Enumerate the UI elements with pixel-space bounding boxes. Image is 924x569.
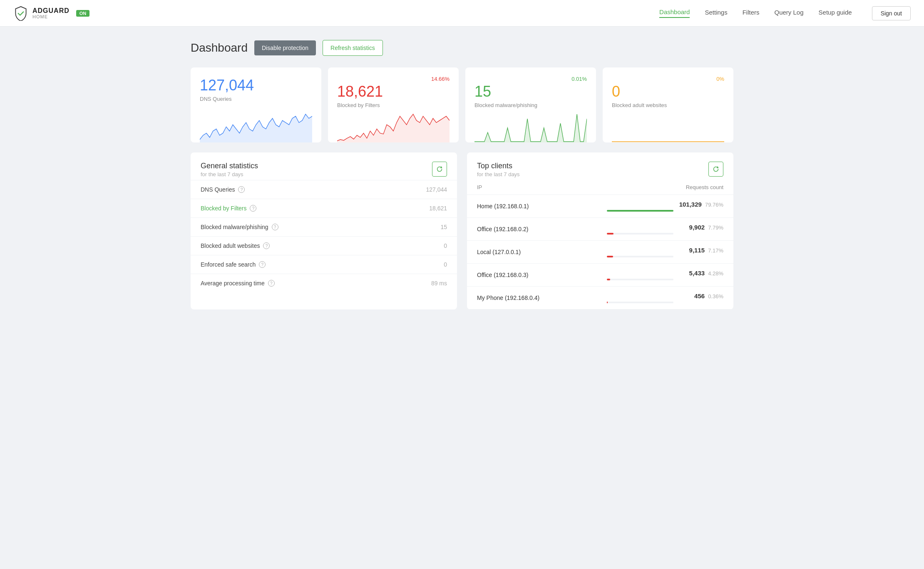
nav-dashboard[interactable]: Dashboard bbox=[659, 8, 690, 18]
client-percent-0: 79.76% bbox=[705, 202, 723, 208]
client-name-3: Office (192.168.0.3) bbox=[467, 264, 597, 287]
top-clients-subtitle: for the last 7 days bbox=[477, 171, 520, 177]
client-requests-0: 101,32979.76% bbox=[597, 195, 733, 218]
col-requests: Requests count bbox=[597, 180, 733, 195]
nav-setupguide[interactable]: Setup guide bbox=[819, 9, 852, 17]
client-requests-1: 9,9027.79% bbox=[597, 218, 733, 241]
general-stat-label-1[interactable]: Blocked by Filters? bbox=[201, 205, 256, 212]
main-content: Dashboard Disable protection Refresh sta… bbox=[171, 27, 753, 323]
top-clients-title: Top clients bbox=[477, 162, 520, 170]
progress-bar-wrap-3 bbox=[607, 279, 673, 280]
clients-table-body: Home (192.168.0.1)101,32979.76%Office (1… bbox=[467, 195, 733, 309]
top-clients-table: IP Requests count Home (192.168.0.1)101,… bbox=[467, 180, 733, 309]
logo-text: ADGUARD HOME bbox=[32, 7, 70, 20]
top-clients-titles: Top clients for the last 7 days bbox=[477, 162, 520, 177]
general-stat-value-3: 0 bbox=[444, 242, 447, 249]
general-stat-value-0: 127,044 bbox=[426, 186, 447, 193]
stat-card-0-chart bbox=[200, 107, 312, 142]
table-row: My Phone (192.168.0.4)4560.36% bbox=[467, 287, 733, 309]
general-stat-value-4: 0 bbox=[444, 261, 447, 268]
progress-bar-wrap-0 bbox=[607, 210, 673, 212]
stat-row: Average processing time?89 ms bbox=[191, 274, 457, 292]
stat-card-0-number: 127,044 bbox=[200, 77, 312, 94]
stat-cards-row: 127,044DNS Queries14.66%18,621Blocked by… bbox=[191, 67, 733, 142]
top-clients-refresh-button[interactable] bbox=[708, 162, 723, 177]
disable-protection-button[interactable]: Disable protection bbox=[254, 40, 316, 55]
general-stats-refresh-button[interactable] bbox=[432, 162, 447, 177]
logo: ADGUARD HOME ON bbox=[13, 6, 89, 21]
help-icon-2[interactable]: ? bbox=[272, 224, 278, 230]
client-request-count-2: 9,115 bbox=[689, 247, 705, 254]
navbar: ADGUARD HOME ON Dashboard Settings Filte… bbox=[0, 0, 924, 27]
stat-card-0-label: DNS Queries bbox=[200, 96, 312, 102]
stat-card-2-percent: 0.01% bbox=[474, 76, 587, 82]
general-stat-label-4: Enforced safe search? bbox=[201, 261, 266, 268]
progress-bar-4 bbox=[607, 302, 608, 303]
table-row: Home (192.168.0.1)101,32979.76% bbox=[467, 195, 733, 218]
client-name-1: Office (192.168.0.2) bbox=[467, 218, 597, 241]
table-row: Office (192.168.0.3)5,4334.28% bbox=[467, 264, 733, 287]
stat-card-3-number: 0 bbox=[612, 83, 724, 100]
stat-row: DNS Queries?127,044 bbox=[191, 180, 457, 199]
general-stats-header: General statistics for the last 7 days bbox=[191, 152, 457, 180]
client-request-count-3: 5,433 bbox=[689, 270, 705, 277]
nav-filters[interactable]: Filters bbox=[743, 9, 760, 17]
help-icon-5[interactable]: ? bbox=[268, 280, 275, 287]
stat-row: Blocked malware/phishing?15 bbox=[191, 217, 457, 236]
general-stats-subtitle: for the last 7 days bbox=[201, 171, 258, 177]
general-stats-title: General statistics bbox=[201, 162, 258, 170]
help-icon-0[interactable]: ? bbox=[238, 186, 245, 193]
refresh-icon bbox=[436, 166, 443, 172]
general-stat-label-5: Average processing time? bbox=[201, 280, 275, 287]
client-request-count-1: 9,902 bbox=[689, 224, 705, 231]
table-row: Office (192.168.0.2)9,9027.79% bbox=[467, 218, 733, 241]
client-percent-2: 7.17% bbox=[708, 247, 723, 254]
refresh-statistics-button[interactable]: Refresh statistics bbox=[323, 40, 383, 56]
stat-card-1-percent: 14.66% bbox=[337, 76, 450, 82]
client-name-2: Local (127.0.0.1) bbox=[467, 241, 597, 264]
status-badge: ON bbox=[76, 10, 90, 17]
nav-settings[interactable]: Settings bbox=[705, 9, 727, 17]
stat-card-2-chart bbox=[474, 113, 587, 142]
shield-icon bbox=[13, 6, 28, 21]
col-ip: IP bbox=[467, 180, 597, 195]
progress-bar-3 bbox=[607, 279, 610, 280]
general-stat-label-3: Blocked adult websites? bbox=[201, 242, 270, 249]
top-clients-header: Top clients for the last 7 days bbox=[467, 152, 733, 180]
stat-card-2: 0.01%15Blocked malware/phishing bbox=[465, 67, 596, 142]
logo-title: ADGUARD bbox=[32, 7, 70, 15]
stat-card-2-number: 15 bbox=[474, 83, 587, 100]
progress-bar-wrap-4 bbox=[607, 302, 673, 303]
client-percent-1: 7.79% bbox=[708, 225, 723, 231]
progress-bar-1 bbox=[607, 233, 614, 235]
help-icon-1[interactable]: ? bbox=[250, 205, 256, 212]
bottom-grid: General statistics for the last 7 days D… bbox=[191, 152, 733, 309]
stat-card-3: 0%0Blocked adult websites bbox=[603, 67, 733, 142]
help-icon-3[interactable]: ? bbox=[263, 242, 270, 249]
nav-links: Dashboard Settings Filters Query Log Set… bbox=[659, 8, 852, 18]
stat-card-1: 14.66%18,621Blocked by Filters bbox=[328, 67, 459, 142]
help-icon-4[interactable]: ? bbox=[259, 261, 266, 268]
progress-bar-wrap-2 bbox=[607, 256, 673, 257]
client-name-0: Home (192.168.0.1) bbox=[467, 195, 597, 218]
general-stats-titles: General statistics for the last 7 days bbox=[201, 162, 258, 177]
client-percent-4: 0.36% bbox=[708, 293, 723, 299]
general-stats-rows: DNS Queries?127,044Blocked by Filters?18… bbox=[191, 180, 457, 292]
progress-bar-0 bbox=[607, 210, 673, 212]
stat-card-1-chart bbox=[337, 113, 450, 142]
progress-bar-wrap-1 bbox=[607, 233, 673, 235]
stat-row: Blocked by Filters?18,621 bbox=[191, 199, 457, 217]
table-row: Local (127.0.0.1)9,1157.17% bbox=[467, 241, 733, 264]
general-stat-value-5: 89 ms bbox=[431, 280, 447, 287]
client-percent-3: 4.28% bbox=[708, 270, 723, 277]
stat-card-3-chart bbox=[612, 113, 724, 142]
signout-button[interactable]: Sign out bbox=[872, 6, 911, 20]
refresh-icon-2 bbox=[713, 166, 719, 172]
stat-row: Enforced safe search?0 bbox=[191, 255, 457, 274]
stat-card-2-label: Blocked malware/phishing bbox=[474, 102, 587, 108]
svg-marker-0 bbox=[200, 114, 312, 142]
general-stat-value-1: 18,621 bbox=[429, 205, 447, 212]
stat-card-1-label: Blocked by Filters bbox=[337, 102, 450, 108]
nav-querylog[interactable]: Query Log bbox=[775, 9, 804, 17]
logo-subtitle: HOME bbox=[32, 14, 70, 19]
